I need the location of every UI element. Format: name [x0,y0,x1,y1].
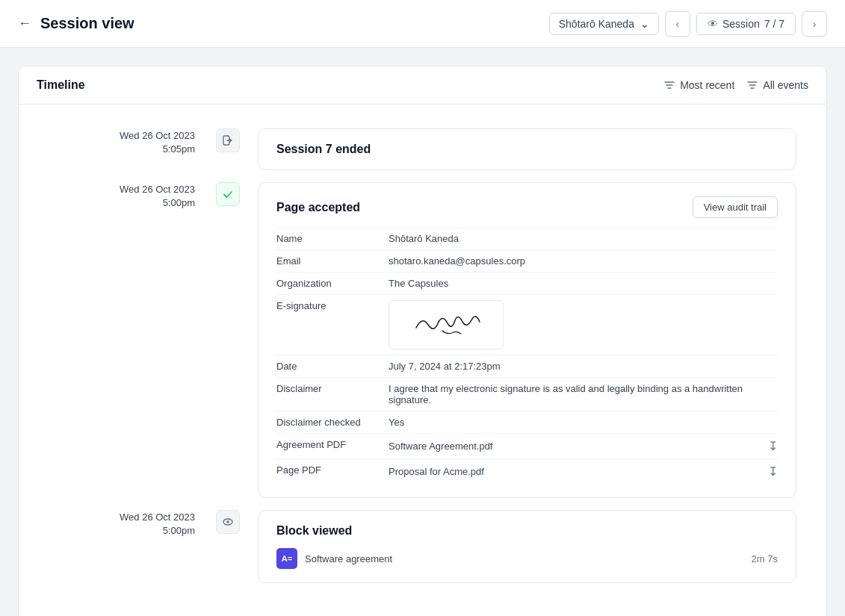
event-row-session-ended: Wed 26 Oct 2023 5:05pm Sess [19,128,826,182]
event-row-page-accepted: Wed 26 Oct 2023 5:00pm Page accepted [19,182,826,510]
event-time-2: 5:00pm [49,197,195,208]
view-audit-trail-button[interactable]: View audit trail [693,196,778,218]
svg-point-2 [226,520,229,523]
agreement-pdf-row: Software Agreement.pdf ↧ [389,439,778,453]
field-agreement-pdf: Agreement PDF Software Agreement.pdf ↧ [276,433,778,458]
event-content-3: Block viewed A= Software agreement 2m 7s [243,510,796,607]
timeline-connector-3 [213,510,243,534]
page-title: Session view [40,15,549,32]
timeline-header: Timeline Most recent All events [19,66,826,105]
timeline-panel: Timeline Most recent All events [18,66,827,616]
session-count: 7 / 7 [764,18,784,30]
field-value-disclaimer-checked: Yes [389,417,778,428]
block-viewed-row: A= Software agreement 2m 7s [276,548,778,569]
event-time-3: 5:00pm [49,525,195,536]
timeline-body: Wed 26 Oct 2023 5:05pm Sess [19,105,826,616]
event-date-3: Wed 26 Oct 2023 [49,510,195,525]
field-esignature: E-signature [276,294,778,355]
field-page-pdf: Page PDF Proposal for Acme.pdf ↧ [276,458,778,484]
download-agreement-icon[interactable]: ↧ [768,439,778,453]
block-viewed-title: Block viewed [276,524,352,537]
session-label: Session [722,18,760,30]
field-label-name: Name [276,233,389,244]
field-label-email: Email [276,255,389,267]
timeline-title: Timeline [37,78,85,92]
event-content-1: Session 7 ended [243,128,796,182]
field-value-date: July 7, 2024 at 2:17:23pm [389,361,778,372]
top-right-controls: Shōtarō Kaneda ⌄ ‹ 👁 Session 7 / 7 › [549,11,827,37]
field-value-email: shotaro.kaneda@capsules.corp [389,255,778,267]
download-page-pdf-icon[interactable]: ↧ [768,464,778,479]
timeline-filters: Most recent All events [663,79,808,91]
field-value-agreement-pdf: Software Agreement.pdf ↧ [389,439,778,453]
check-icon [216,182,240,206]
field-label-sig: E-signature [276,300,389,311]
page-pdf-name: Proposal for Acme.pdf [389,466,484,477]
field-value-sig [389,300,778,349]
event-date-2: Wed 26 Oct 2023 [49,182,195,197]
field-email: Email shotaro.kaneda@capsules.corp [276,249,778,272]
most-recent-filter[interactable]: Most recent [663,79,734,91]
field-organization: Organization The Capsules [276,272,778,294]
block-name: Software agreement [305,553,744,564]
page-accepted-fields: Name Shōtarō Kaneda Email shotaro.kaneda… [259,227,796,497]
field-label-page-pdf: Page PDF [276,464,389,476]
event-date-1: Wed 26 Oct 2023 [49,128,195,143]
event-time-1: 5:05pm [49,143,195,155]
prev-session-button[interactable]: ‹ [665,11,690,37]
field-value-name: Shōtarō Kaneda [389,233,778,244]
field-label-org: Organization [276,278,389,289]
timeline-connector-1 [213,128,243,152]
page-accepted-card: Page accepted View audit trail Name Shōt… [258,182,796,498]
block-viewed-card: Block viewed A= Software agreement 2m 7s [258,510,796,583]
session-ended-card: Session 7 ended [258,128,796,170]
top-bar: ← Session view Shōtarō Kaneda ⌄ ‹ 👁 Sess… [0,0,845,48]
chevron-down-icon: ⌄ [640,18,649,30]
sort-icon [663,79,675,91]
field-name: Name Shōtarō Kaneda [276,227,778,249]
field-disclaimer-checked: Disclaimer checked Yes [276,411,778,433]
field-label-agreement-pdf: Agreement PDF [276,439,389,450]
page-accepted-title: Page accepted [276,201,360,214]
page-accepted-header: Page accepted View audit trail [259,183,796,227]
field-label-date: Date [276,361,389,372]
all-events-filter[interactable]: All events [746,79,808,91]
timeline-connector-2 [213,182,243,206]
signature-svg [401,307,491,343]
event-row-block-viewed: Wed 26 Oct 2023 5:00pm Block viewed [19,510,826,607]
eye-icon: 👁 [708,18,718,30]
page-pdf-row: Proposal for Acme.pdf ↧ [389,464,778,479]
block-type-icon: A= [276,548,297,569]
field-disclaimer: Disclaimer I agree that my electronic si… [276,377,778,411]
field-value-disclaimer: I agree that my electronic signature is … [389,383,778,405]
event-timestamp-2: Wed 26 Oct 2023 5:00pm [49,182,213,208]
user-name: Shōtarō Kaneda [559,18,634,30]
most-recent-label: Most recent [680,79,734,91]
next-session-button[interactable]: › [802,11,827,37]
field-label-disclaimer-checked: Disclaimer checked [276,417,389,428]
field-label-disclaimer: Disclaimer [276,383,389,394]
block-duration: 2m 7s [752,553,778,564]
exit-icon [216,128,240,152]
field-date: Date July 7, 2024 at 2:17:23pm [276,355,778,377]
signature-box [389,300,504,349]
main-content: Timeline Most recent All events [0,48,845,616]
session-ended-title: Session 7 ended [276,143,371,155]
field-value-page-pdf: Proposal for Acme.pdf ↧ [389,464,778,479]
event-content-2: Page accepted View audit trail Name Shōt… [243,182,796,510]
event-timestamp-1: Wed 26 Oct 2023 5:05pm [49,128,213,155]
filter-icon [746,79,758,91]
back-button[interactable]: ← [18,16,31,31]
agreement-pdf-name: Software Agreement.pdf [389,441,492,452]
session-ended-content: Session 7 ended [259,129,796,169]
all-events-label: All events [763,79,808,91]
field-value-org: The Capsules [389,278,778,289]
user-dropdown[interactable]: Shōtarō Kaneda ⌄ [549,13,659,35]
view-icon [216,510,240,534]
event-timestamp-3: Wed 26 Oct 2023 5:00pm [49,510,213,536]
session-indicator: 👁 Session 7 / 7 [696,13,796,35]
